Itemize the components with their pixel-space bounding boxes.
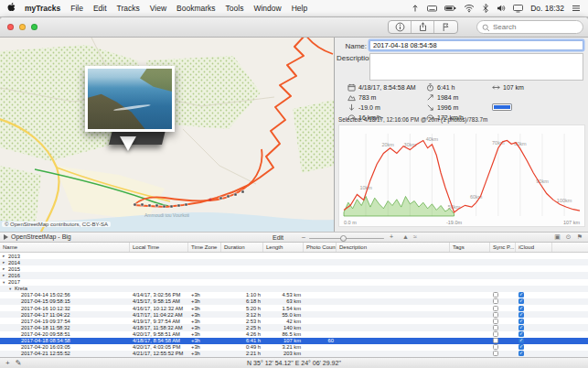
zoom-slider-track[interactable]: [309, 238, 384, 240]
speed-profile-toggle-icon[interactable]: ≈: [413, 233, 417, 240]
table-row-2016[interactable]: ▸2016: [0, 272, 588, 278]
track-name-input[interactable]: [369, 40, 583, 50]
sync-status-icon[interactable]: [411, 4, 420, 13]
column-header-duration[interactable]: Duration: [221, 243, 263, 252]
flag-toggle-icon[interactable]: ⚑: [577, 233, 583, 241]
table-row-2017[interactable]: ▾2017: [0, 279, 588, 286]
icloud-checkbox[interactable]: ✓: [519, 319, 524, 324]
keyboard-input-icon[interactable]: [427, 4, 437, 13]
icloud-checkbox[interactable]: ✓: [519, 298, 524, 304]
apple-menu-icon[interactable]: [7, 2, 16, 15]
map-provider-popup[interactable]: OpenStreetMap - Big: [4, 233, 71, 240]
sync-checkbox[interactable]: [493, 298, 498, 304]
display-icon[interactable]: [513, 4, 523, 13]
table-row-2017-04-18 08:54:58[interactable]: 2017-04-18 08:54:584/18/17, 8:54:58 AM+3…: [0, 338, 588, 344]
table-row-2014[interactable]: ▸2014: [0, 259, 588, 265]
menu-bookmarks[interactable]: Bookmarks: [176, 4, 216, 13]
cell: [188, 259, 221, 265]
cell: 4/18/17, 11:58:32 AM: [130, 324, 188, 330]
table-row-2017-04-21 12:55:52[interactable]: 2017-04-21 12:55:524/21/17, 12:55:52 PM+…: [0, 351, 588, 357]
column-header-description[interactable]: Description: [337, 243, 450, 252]
icloud-checkbox[interactable]: ✓: [519, 338, 524, 343]
volume-icon[interactable]: [497, 4, 506, 13]
icloud-checkbox[interactable]: ✓: [519, 331, 524, 337]
minimize-button[interactable]: [19, 24, 26, 30]
stat-max-elevation: 783 m: [347, 93, 376, 102]
edit-mode-button[interactable]: Edit: [273, 234, 283, 241]
photo-frame[interactable]: [85, 66, 175, 132]
zoom-in-icon[interactable]: +: [390, 233, 393, 240]
waypoint-toggle-icon[interactable]: ⊙: [566, 233, 572, 241]
table-row-2017-04-14 15:02:56[interactable]: 2017-04-14 15:02:564/14/17, 3:02:56 PM+3…: [0, 292, 588, 298]
table-row-2017-04-18 11:58:32[interactable]: 2017-04-18 11:58:324/18/17, 11:58:32 AM+…: [0, 324, 588, 330]
table-row-2017-04-16 10:12:32[interactable]: 2017-04-16 10:12:324/16/17, 10:12:32 AM+…: [0, 305, 588, 311]
icloud-checkbox[interactable]: ✓: [519, 306, 524, 311]
table-row-2017-04-19 09:37:54[interactable]: 2017-04-19 09:37:544/19/17, 9:37:54 AM+3…: [0, 318, 588, 324]
column-header-tags[interactable]: Tags: [450, 243, 490, 252]
column-header-length[interactable]: Length: [263, 243, 304, 252]
menu-tracks[interactable]: Tracks: [117, 4, 140, 13]
table-row-2017-04-20 09:58:51[interactable]: 2017-04-20 09:58:514/20/17, 9:58:51 AM+3…: [0, 331, 588, 338]
cell: [450, 331, 490, 338]
sync-checkbox[interactable]: [493, 351, 498, 356]
zoom-button[interactable]: [31, 24, 37, 30]
track-color-well[interactable]: [492, 103, 512, 111]
menu-edit[interactable]: Edit: [93, 4, 107, 13]
column-header-icloud[interactable]: iCloud: [516, 243, 552, 252]
icloud-checkbox[interactable]: ✓: [519, 351, 524, 356]
menu-view[interactable]: View: [150, 4, 166, 13]
menu-file[interactable]: File: [70, 4, 83, 13]
cell: 4/20/17, 4:03:05 PM: [130, 344, 188, 351]
info-button[interactable]: [389, 21, 412, 33]
zoom-out-icon[interactable]: –: [302, 233, 305, 240]
icloud-checkbox[interactable]: ✓: [519, 325, 524, 330]
cell: 140 km: [263, 324, 304, 330]
wifi-icon[interactable]: [464, 4, 475, 13]
column-header-time-zone[interactable]: Time Zone: [188, 243, 221, 252]
menu-mytracks[interactable]: myTracks: [25, 4, 60, 13]
icloud-checkbox[interactable]: ✓: [519, 312, 524, 318]
cell: [263, 259, 304, 265]
column-header-photo-count[interactable]: Photo Count: [304, 243, 337, 252]
sync-checkbox[interactable]: [493, 344, 498, 350]
table-row-2017-04-15 09:58:15[interactable]: 2017-04-15 09:58:154/15/17, 9:58:15 AM+3…: [0, 298, 588, 305]
column-header-sync-p-[interactable]: Sync P...: [490, 243, 516, 252]
table-row-2013[interactable]: ▸2013: [0, 253, 588, 259]
menubar-clock[interactable]: Do. 18:32: [530, 4, 564, 13]
menu-window[interactable]: Window: [253, 4, 281, 13]
table-row-Kreta[interactable]: ▾Kreta: [0, 286, 588, 292]
column-header-name[interactable]: Name: [0, 243, 130, 252]
sync-checkbox[interactable]: [493, 292, 498, 298]
icloud-checkbox[interactable]: ✓: [519, 292, 524, 298]
cell: [304, 311, 337, 318]
flag-button[interactable]: [434, 21, 457, 33]
elevation-profile-toggle-icon[interactable]: ▲: [402, 233, 409, 240]
elevation-chart[interactable]: 10km20km30km40km50km60km70km80km90km100k…: [338, 124, 585, 227]
share-button[interactable]: [412, 21, 434, 33]
map-pane[interactable]: Ammoudi tou Vourkoti © OpenStreetMap con…: [0, 38, 334, 232]
photo-popup[interactable]: [85, 66, 180, 137]
photo-toggle-icon[interactable]: ▣: [554, 233, 561, 241]
bluetooth-icon[interactable]: [482, 4, 489, 13]
cell: [304, 324, 337, 330]
sync-checkbox[interactable]: [493, 325, 498, 330]
cell: [263, 265, 304, 272]
track-description-input[interactable]: [369, 53, 583, 81]
close-button[interactable]: [7, 24, 14, 30]
table-row-2017-04-17 11:04:22[interactable]: 2017-04-17 11:04:224/17/17, 11:04:22 AM+…: [0, 311, 588, 318]
notification-center-icon[interactable]: [572, 4, 581, 13]
icloud-checkbox[interactable]: ✓: [519, 344, 524, 350]
sync-checkbox[interactable]: [493, 312, 498, 318]
sync-checkbox[interactable]: [493, 306, 498, 311]
menu-help[interactable]: Help: [292, 4, 307, 13]
search-input[interactable]: [493, 23, 575, 31]
battery-icon[interactable]: [444, 4, 456, 13]
sync-checkbox[interactable]: [493, 319, 498, 324]
sync-checkbox[interactable]: [493, 338, 498, 343]
sync-checkbox[interactable]: [493, 331, 498, 337]
zoom-slider-knob[interactable]: [340, 235, 347, 242]
menu-tools[interactable]: Tools: [226, 4, 244, 13]
column-header-local-time[interactable]: Local Time: [130, 243, 188, 252]
table-row-2015[interactable]: ▸2015: [0, 265, 588, 272]
table-row-2017-04-20 16:03:05[interactable]: 2017-04-20 16:03:054/20/17, 4:03:05 PM+3…: [0, 344, 588, 351]
